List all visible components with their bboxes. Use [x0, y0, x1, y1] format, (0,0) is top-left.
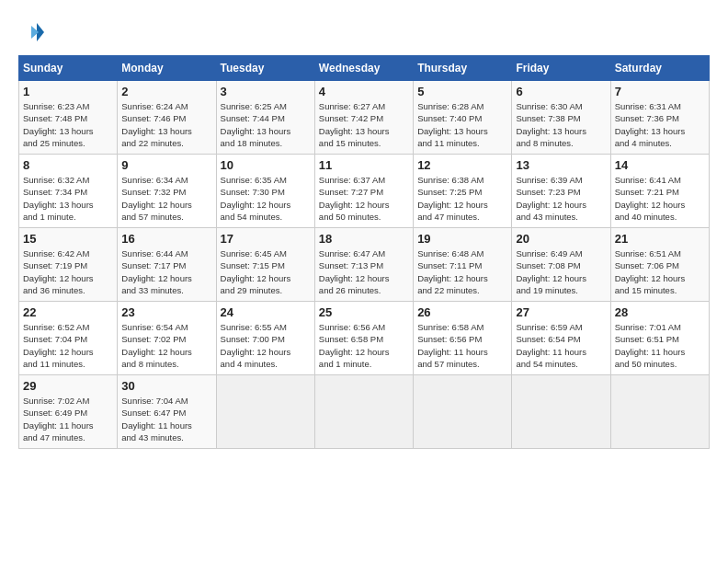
weekday-header-row: SundayMondayTuesdayWednesdayThursdayFrid… — [19, 56, 710, 81]
day-number: 20 — [516, 232, 606, 246]
weekday-header: Friday — [512, 56, 610, 81]
day-info: Sunrise: 6:56 AM Sunset: 6:58 PM Dayligh… — [319, 321, 409, 370]
logo — [18, 18, 50, 46]
calendar-cell: 22Sunrise: 6:52 AM Sunset: 7:04 PM Dayli… — [19, 302, 118, 375]
calendar-week-row: 8Sunrise: 6:32 AM Sunset: 7:34 PM Daylig… — [19, 155, 710, 228]
calendar-cell: 4Sunrise: 6:27 AM Sunset: 7:42 PM Daylig… — [314, 81, 413, 155]
day-number: 25 — [319, 305, 409, 319]
day-number: 24 — [221, 305, 311, 319]
calendar-cell: 25Sunrise: 6:56 AM Sunset: 6:58 PM Dayli… — [314, 302, 413, 375]
day-number: 5 — [417, 85, 507, 98]
day-info: Sunrise: 6:54 AM Sunset: 7:02 PM Dayligh… — [121, 321, 211, 370]
day-info: Sunrise: 6:39 AM Sunset: 7:23 PM Dayligh… — [516, 174, 606, 223]
day-info: Sunrise: 6:52 AM Sunset: 7:04 PM Dayligh… — [23, 321, 113, 370]
day-info: Sunrise: 6:47 AM Sunset: 7:13 PM Dayligh… — [319, 247, 409, 296]
calendar-cell: 9Sunrise: 6:34 AM Sunset: 7:32 PM Daylig… — [118, 155, 216, 228]
page-header — [18, 18, 710, 46]
day-number: 10 — [221, 158, 311, 172]
day-number: 21 — [615, 232, 705, 246]
day-info: Sunrise: 6:34 AM Sunset: 7:32 PM Dayligh… — [121, 174, 211, 223]
day-info: Sunrise: 6:30 AM Sunset: 7:38 PM Dayligh… — [516, 100, 606, 149]
day-number: 19 — [417, 232, 507, 246]
calendar-cell: 10Sunrise: 6:35 AM Sunset: 7:30 PM Dayli… — [216, 155, 314, 228]
day-info: Sunrise: 6:44 AM Sunset: 7:17 PM Dayligh… — [121, 247, 211, 296]
day-number: 22 — [23, 305, 113, 319]
day-number: 15 — [23, 232, 113, 246]
calendar-cell: 26Sunrise: 6:58 AM Sunset: 6:56 PM Dayli… — [414, 302, 512, 375]
day-info: Sunrise: 6:49 AM Sunset: 7:08 PM Dayligh… — [516, 247, 606, 296]
calendar-cell: 7Sunrise: 6:31 AM Sunset: 7:36 PM Daylig… — [610, 81, 709, 155]
day-number: 17 — [221, 232, 311, 246]
day-info: Sunrise: 6:37 AM Sunset: 7:27 PM Dayligh… — [319, 174, 409, 223]
calendar-cell: 13Sunrise: 6:39 AM Sunset: 7:23 PM Dayli… — [512, 155, 610, 228]
calendar-cell — [314, 375, 413, 449]
calendar-cell: 21Sunrise: 6:51 AM Sunset: 7:06 PM Dayli… — [610, 228, 709, 302]
calendar-cell — [610, 375, 709, 449]
weekday-header: Wednesday — [314, 56, 413, 81]
calendar-cell: 5Sunrise: 6:28 AM Sunset: 7:40 PM Daylig… — [414, 81, 512, 155]
day-info: Sunrise: 6:59 AM Sunset: 6:54 PM Dayligh… — [516, 321, 606, 370]
calendar-week-row: 1Sunrise: 6:23 AM Sunset: 7:48 PM Daylig… — [19, 81, 710, 155]
calendar-cell: 11Sunrise: 6:37 AM Sunset: 7:27 PM Dayli… — [314, 155, 413, 228]
weekday-header: Thursday — [414, 56, 512, 81]
day-info: Sunrise: 6:38 AM Sunset: 7:25 PM Dayligh… — [417, 174, 507, 223]
day-info: Sunrise: 6:27 AM Sunset: 7:42 PM Dayligh… — [319, 100, 409, 149]
day-number: 4 — [319, 85, 409, 98]
day-number: 3 — [221, 85, 311, 98]
day-info: Sunrise: 6:42 AM Sunset: 7:19 PM Dayligh… — [23, 247, 113, 296]
day-info: Sunrise: 6:51 AM Sunset: 7:06 PM Dayligh… — [615, 247, 705, 296]
calendar-week-row: 22Sunrise: 6:52 AM Sunset: 7:04 PM Dayli… — [19, 302, 710, 375]
calendar-cell — [414, 375, 512, 449]
weekday-header: Tuesday — [216, 56, 314, 81]
day-number: 26 — [417, 305, 507, 319]
day-info: Sunrise: 7:04 AM Sunset: 6:47 PM Dayligh… — [121, 395, 211, 443]
day-number: 30 — [121, 379, 211, 393]
calendar-cell: 24Sunrise: 6:55 AM Sunset: 7:00 PM Dayli… — [216, 302, 314, 375]
day-info: Sunrise: 6:25 AM Sunset: 7:44 PM Dayligh… — [221, 100, 311, 149]
calendar-cell: 28Sunrise: 7:01 AM Sunset: 6:51 PM Dayli… — [610, 302, 709, 375]
calendar-cell: 16Sunrise: 6:44 AM Sunset: 7:17 PM Dayli… — [118, 228, 216, 302]
calendar-week-row: 29Sunrise: 7:02 AM Sunset: 6:49 PM Dayli… — [19, 375, 710, 449]
day-info: Sunrise: 6:41 AM Sunset: 7:21 PM Dayligh… — [615, 174, 705, 223]
day-number: 2 — [121, 85, 211, 98]
calendar-cell: 2Sunrise: 6:24 AM Sunset: 7:46 PM Daylig… — [118, 81, 216, 155]
calendar-cell: 30Sunrise: 7:04 AM Sunset: 6:47 PM Dayli… — [118, 375, 216, 449]
day-number: 14 — [615, 158, 705, 172]
day-info: Sunrise: 6:28 AM Sunset: 7:40 PM Dayligh… — [417, 100, 507, 149]
day-number: 6 — [516, 85, 606, 98]
day-number: 11 — [319, 158, 409, 172]
day-info: Sunrise: 6:24 AM Sunset: 7:46 PM Dayligh… — [121, 100, 211, 149]
day-number: 18 — [319, 232, 409, 246]
weekday-header: Monday — [118, 56, 216, 81]
day-info: Sunrise: 6:32 AM Sunset: 7:34 PM Dayligh… — [23, 174, 113, 223]
day-number: 8 — [23, 158, 113, 172]
day-number: 13 — [516, 158, 606, 172]
day-number: 28 — [615, 305, 705, 319]
day-info: Sunrise: 7:01 AM Sunset: 6:51 PM Dayligh… — [615, 321, 705, 370]
day-info: Sunrise: 6:48 AM Sunset: 7:11 PM Dayligh… — [417, 247, 507, 296]
day-info: Sunrise: 6:31 AM Sunset: 7:36 PM Dayligh… — [615, 100, 705, 149]
day-info: Sunrise: 6:58 AM Sunset: 6:56 PM Dayligh… — [417, 321, 507, 370]
calendar-cell: 18Sunrise: 6:47 AM Sunset: 7:13 PM Dayli… — [314, 228, 413, 302]
calendar-cell: 19Sunrise: 6:48 AM Sunset: 7:11 PM Dayli… — [414, 228, 512, 302]
day-number: 29 — [23, 379, 113, 393]
day-number: 23 — [121, 305, 211, 319]
calendar-cell: 12Sunrise: 6:38 AM Sunset: 7:25 PM Dayli… — [414, 155, 512, 228]
calendar-cell: 1Sunrise: 6:23 AM Sunset: 7:48 PM Daylig… — [19, 81, 118, 155]
day-info: Sunrise: 6:45 AM Sunset: 7:15 PM Dayligh… — [221, 247, 311, 296]
calendar-cell — [512, 375, 610, 449]
day-number: 1 — [23, 85, 113, 98]
calendar-week-row: 15Sunrise: 6:42 AM Sunset: 7:19 PM Dayli… — [19, 228, 710, 302]
day-info: Sunrise: 6:55 AM Sunset: 7:00 PM Dayligh… — [221, 321, 311, 370]
day-number: 9 — [121, 158, 211, 172]
day-info: Sunrise: 6:35 AM Sunset: 7:30 PM Dayligh… — [221, 174, 311, 223]
calendar-table: SundayMondayTuesdayWednesdayThursdayFrid… — [18, 55, 710, 449]
calendar-cell: 8Sunrise: 6:32 AM Sunset: 7:34 PM Daylig… — [19, 155, 118, 228]
weekday-header: Sunday — [19, 56, 118, 81]
calendar-cell: 20Sunrise: 6:49 AM Sunset: 7:08 PM Dayli… — [512, 228, 610, 302]
calendar-cell: 14Sunrise: 6:41 AM Sunset: 7:21 PM Dayli… — [610, 155, 709, 228]
day-number: 16 — [121, 232, 211, 246]
calendar-cell: 29Sunrise: 7:02 AM Sunset: 6:49 PM Dayli… — [19, 375, 118, 449]
calendar-cell: 27Sunrise: 6:59 AM Sunset: 6:54 PM Dayli… — [512, 302, 610, 375]
calendar-cell: 17Sunrise: 6:45 AM Sunset: 7:15 PM Dayli… — [216, 228, 314, 302]
